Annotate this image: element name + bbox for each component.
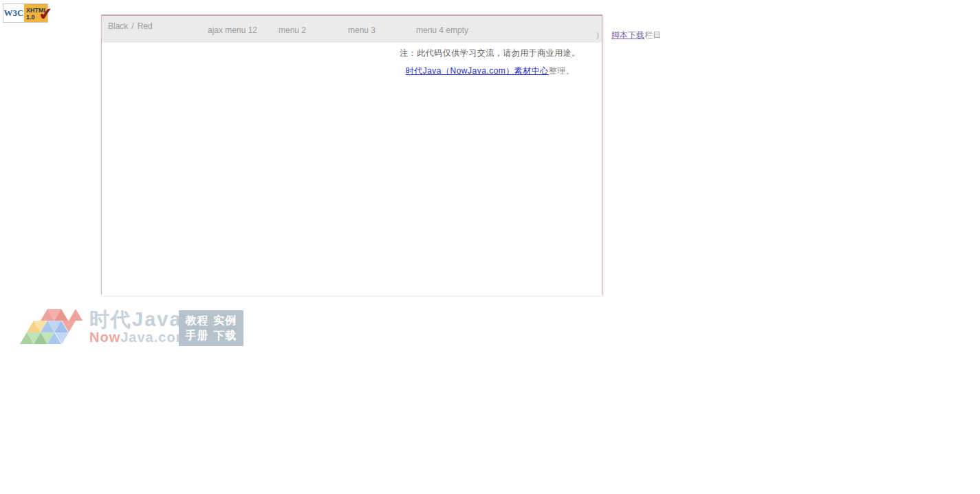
footer-nav-box: 教程 实例 手册 下载	[179, 310, 243, 346]
logo-title: 时代Java	[89, 309, 188, 330]
script-download-link[interactable]: 脚本下载	[611, 30, 644, 40]
nav-item-examples[interactable]: 实例	[214, 314, 237, 328]
theme-separator: /	[131, 21, 133, 31]
check-icon: ✔	[38, 5, 54, 23]
theme-black-link[interactable]: Black	[108, 21, 128, 31]
fragment-paren: ）	[596, 30, 604, 40]
notice-line1: 注：此代码仅供学习交流，请勿用于商业用途。	[0, 47, 980, 59]
theme-red-link[interactable]: Red	[138, 21, 153, 31]
nowjava-logo-text: 时代Java NowJava.com	[89, 308, 188, 345]
menu-item-ajax-menu-12[interactable]: ajax menu 12	[208, 25, 257, 35]
fragment-suffix: 栏目	[644, 30, 661, 40]
w3c-xhtml-badge[interactable]: W3C XHTML 1.0 ✔	[3, 3, 48, 23]
nowjava-logo[interactable]: 时代Java NowJava.com	[20, 308, 188, 345]
notice-line2-suffix: 整理。	[549, 66, 575, 76]
menu-item-menu-2[interactable]: menu 2	[279, 25, 306, 35]
theme-switcher: Black / Red	[108, 21, 153, 31]
nav-item-downloads[interactable]: 下载	[214, 329, 237, 343]
nowjava-material-center-link[interactable]: 时代Java（NowJava.com）素材中心	[406, 66, 549, 76]
w3c-logo: W3C	[3, 4, 24, 22]
menu-item-menu-4-empty[interactable]: menu 4 empty	[416, 25, 468, 35]
demo-menu-bar: Black / Red ajax menu 12 menu 2 menu 3 m…	[102, 16, 602, 43]
notice-line2: 时代Java（NowJava.com）素材中心整理。	[0, 65, 980, 77]
menu-item-menu-3[interactable]: menu 3	[348, 25, 375, 35]
nav-item-manuals[interactable]: 手册	[186, 329, 209, 343]
script-download-fragment: ）脚本下载栏目	[596, 30, 661, 41]
logo-subtitle-now: Now	[89, 330, 120, 345]
nowjava-logo-icon	[20, 308, 84, 345]
logo-subtitle: NowJava.com	[89, 330, 188, 345]
demo-content-area	[102, 43, 602, 296]
nav-item-tutorials[interactable]: 教程	[186, 314, 209, 328]
